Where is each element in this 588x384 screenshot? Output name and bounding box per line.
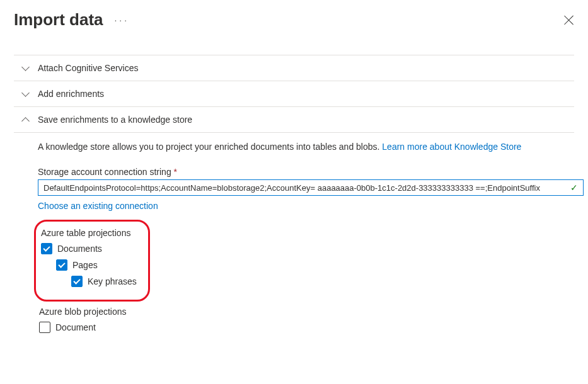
checkbox-label: Key phrases (88, 276, 137, 286)
valid-check-icon: ✓ (570, 183, 578, 193)
accordion-add-enrichments[interactable]: Add enrichments (14, 81, 574, 106)
knowledge-store-section: A knowledge store allows you to project … (14, 132, 574, 333)
connection-string-input-wrapper: ✓ (38, 179, 584, 196)
close-icon[interactable] (564, 15, 574, 25)
more-options-icon[interactable]: · · · (115, 15, 127, 25)
table-projections-title: Azure table projections (41, 228, 137, 238)
required-asterisk: * (174, 167, 177, 177)
checkbox-icon (71, 276, 83, 287)
connection-string-label: Storage account connection string * (38, 167, 574, 177)
panel-content: Attach Cognitive Services Add enrichment… (0, 32, 588, 333)
checkbox-documents[interactable]: Documents (41, 243, 137, 254)
chevron-up-icon (21, 116, 29, 123)
learn-more-link[interactable]: Learn more about Knowledge Store (382, 142, 521, 152)
blob-projections-title: Azure blob projections (39, 307, 574, 317)
connection-string-input[interactable] (43, 183, 568, 193)
checkbox-key-phrases[interactable]: Key phrases (71, 276, 137, 287)
checkbox-label: Pages (72, 260, 98, 270)
choose-existing-connection-link[interactable]: Choose an existing connection (38, 201, 574, 211)
accordion-label: Save enrichments to a knowledge store (38, 115, 192, 125)
checkbox-blob-document[interactable]: Document (39, 322, 574, 333)
checkbox-pages[interactable]: Pages (56, 259, 137, 271)
knowledge-store-description: A knowledge store allows you to project … (38, 142, 574, 152)
panel-header: Import data · · · (0, 0, 588, 32)
accordion-label: Attach Cognitive Services (38, 63, 139, 73)
table-projections-highlight: Azure table projections Documents Pages … (34, 220, 150, 302)
accordion-label: Add enrichments (38, 89, 104, 99)
checkbox-icon (39, 322, 50, 333)
accordion-attach-cognitive-services[interactable]: Attach Cognitive Services (14, 55, 574, 81)
checkbox-icon (41, 243, 52, 254)
chevron-down-icon (21, 64, 29, 72)
checkbox-label: Documents (57, 244, 102, 254)
blob-projections-section: Azure blob projections Document (37, 307, 574, 333)
checkbox-icon (56, 259, 67, 271)
page-title: Import data (14, 10, 103, 30)
chevron-down-icon (21, 90, 29, 98)
checkbox-label: Document (55, 322, 96, 332)
accordion-save-knowledge-store[interactable]: Save enrichments to a knowledge store (14, 106, 574, 132)
